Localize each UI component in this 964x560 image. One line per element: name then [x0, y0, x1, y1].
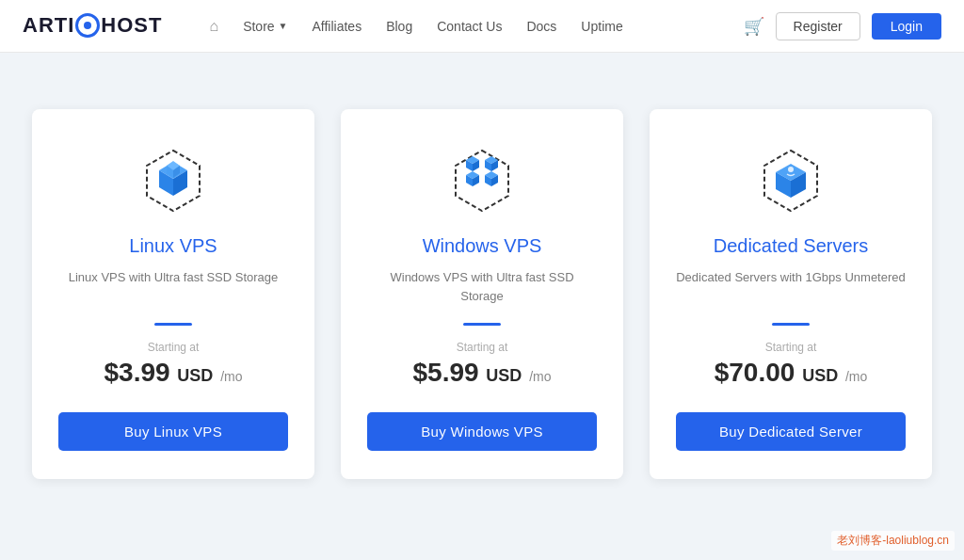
nav-actions: 🛒 Register Login [744, 12, 941, 40]
dedicated-servers-divider [772, 323, 810, 326]
watermark: 老刘博客-laoliublog.cn [831, 531, 955, 551]
logo-circle-icon [75, 13, 100, 38]
svg-point-24 [788, 167, 794, 172]
register-button[interactable]: Register [776, 12, 860, 40]
main-content: Linux VPS Linux VPS with Ultra fast SSD … [0, 53, 964, 560]
navbar: ARTIHOST ⌂ Store ▼ Affiliates Blog Conta… [0, 0, 964, 53]
logo-artic: ARTI [23, 13, 74, 37]
nav-blog-link[interactable]: Blog [377, 13, 422, 40]
cart-icon[interactable]: 🛒 [744, 16, 764, 37]
svg-marker-7 [456, 151, 508, 211]
windows-vps-divider [463, 323, 501, 326]
dedicated-servers-desc: Dedicated Servers with 1Gbps Unmetered [676, 268, 906, 306]
linux-vps-price: $3.99 USD /mo [104, 358, 243, 388]
buy-windows-vps-button[interactable]: Buy Windows VPS [367, 412, 597, 451]
nav-links: ⌂ Store ▼ Affiliates Blog Contact Us Doc… [200, 12, 743, 40]
logo-host: HOST [101, 13, 162, 37]
linux-vps-icon [136, 143, 211, 218]
login-button[interactable]: Login [872, 13, 941, 40]
dedicated-servers-price: $70.00 USD /mo [715, 358, 868, 388]
buy-linux-vps-button[interactable]: Buy Linux VPS [58, 412, 288, 451]
dedicated-servers-card: Dedicated Servers Dedicated Servers with… [650, 109, 932, 479]
linux-vps-divider [154, 323, 192, 326]
linux-vps-desc: Linux VPS with Ultra fast SSD Storage [69, 268, 279, 306]
nav-affiliates-link[interactable]: Affiliates [303, 13, 372, 40]
windows-vps-card: Windows VPS Windows VPS with Ultra fast … [341, 109, 623, 479]
nav-contact-link[interactable]: Contact Us [427, 13, 511, 40]
store-dropdown-icon: ▼ [279, 21, 288, 31]
nav-home-link[interactable]: ⌂ [200, 12, 228, 40]
buy-dedicated-server-button[interactable]: Buy Dedicated Server [676, 412, 906, 451]
dedicated-servers-icon [753, 143, 828, 218]
dedicated-servers-title: Dedicated Servers [714, 235, 869, 257]
logo-text: ARTIHOST [23, 13, 162, 39]
dedicated-servers-starting-at: Starting at [765, 341, 817, 354]
linux-vps-title: Linux VPS [129, 235, 217, 257]
windows-vps-desc: Windows VPS with Ultra fast SSD Storage [367, 268, 597, 306]
windows-vps-title: Windows VPS [423, 235, 542, 257]
linux-vps-starting-at: Starting at [148, 341, 200, 354]
logo[interactable]: ARTIHOST [23, 13, 162, 39]
windows-vps-icon [444, 143, 520, 218]
linux-vps-card: Linux VPS Linux VPS with Ultra fast SSD … [32, 109, 314, 479]
windows-vps-price: $5.99 USD /mo [413, 358, 552, 388]
nav-uptime-link[interactable]: Uptime [571, 13, 632, 40]
nav-store-link[interactable]: Store ▼ [233, 13, 297, 40]
nav-docs-link[interactable]: Docs [517, 13, 566, 40]
windows-vps-starting-at: Starting at [457, 341, 508, 354]
